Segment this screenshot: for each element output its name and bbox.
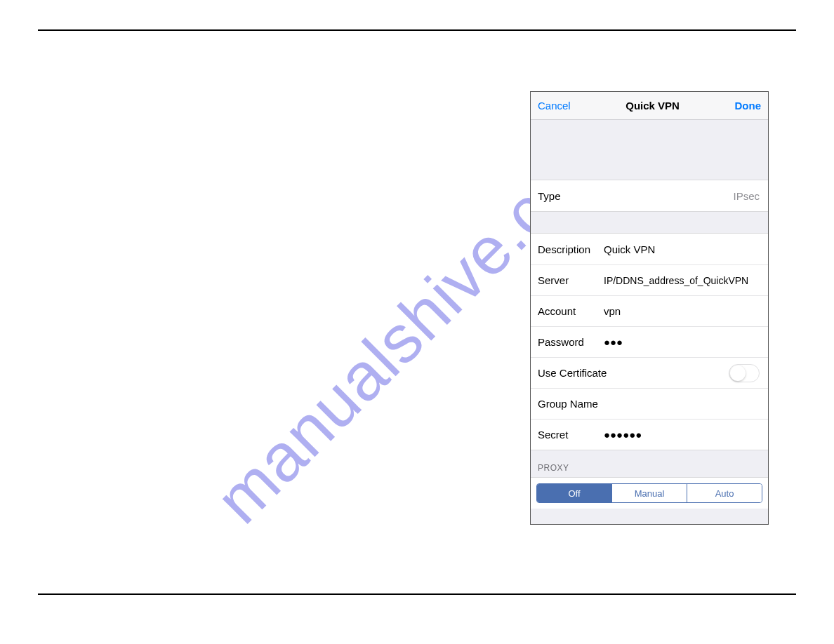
group-name-row[interactable]: Group Name xyxy=(531,388,768,419)
server-label: Server xyxy=(538,274,604,286)
proxy-option-off[interactable]: Off xyxy=(537,484,611,502)
proxy-header: PROXY xyxy=(531,450,768,477)
config-section: Description Quick VPN Server IP/DDNS_add… xyxy=(531,233,768,450)
done-button[interactable]: Done xyxy=(735,100,762,112)
secret-value[interactable]: ●●●●●● xyxy=(604,429,760,441)
navbar-title: Quick VPN xyxy=(626,100,680,112)
secret-row[interactable]: Secret ●●●●●● xyxy=(531,419,768,450)
use-certificate-row[interactable]: Use Certificate xyxy=(531,357,768,388)
use-certificate-toggle[interactable] xyxy=(729,364,760,382)
account-value[interactable]: vpn xyxy=(604,305,760,317)
use-certificate-label: Use Certificate xyxy=(538,367,607,379)
description-label: Description xyxy=(538,243,604,255)
password-label: Password xyxy=(538,336,604,348)
password-row[interactable]: Password ●●● xyxy=(531,326,768,357)
cancel-button[interactable]: Cancel xyxy=(538,100,571,112)
description-value[interactable]: Quick VPN xyxy=(604,243,760,255)
account-label: Account xyxy=(538,305,604,317)
spacer xyxy=(531,212,768,233)
proxy-option-manual[interactable]: Manual xyxy=(611,484,687,502)
ios-settings-panel: Cancel Quick VPN Done Type IPsec Descrip… xyxy=(530,91,769,525)
password-value[interactable]: ●●● xyxy=(604,336,760,348)
proxy-option-auto[interactable]: Auto xyxy=(687,484,762,502)
proxy-segmented-control[interactable]: Off Manual Auto xyxy=(536,483,762,503)
divider-bottom xyxy=(38,593,796,595)
divider-top xyxy=(38,29,796,31)
group-name-label: Group Name xyxy=(538,398,598,410)
description-row[interactable]: Description Quick VPN xyxy=(531,234,768,264)
secret-label: Secret xyxy=(538,429,604,441)
server-row[interactable]: Server IP/DDNS_address_of_QuickVPN xyxy=(531,264,768,295)
type-section: Type IPsec xyxy=(531,180,768,212)
navbar: Cancel Quick VPN Done xyxy=(531,92,768,120)
type-label: Type xyxy=(538,190,604,202)
proxy-segment-wrap: Off Manual Auto xyxy=(531,477,768,509)
manual-page: manualshive.com Cancel Quick VPN Done Ty… xyxy=(0,0,834,644)
type-row[interactable]: Type IPsec xyxy=(531,180,768,211)
type-value: IPsec xyxy=(733,190,760,202)
spacer xyxy=(531,120,768,180)
server-value[interactable]: IP/DDNS_address_of_QuickVPN xyxy=(604,275,760,286)
account-row[interactable]: Account vpn xyxy=(531,295,768,326)
